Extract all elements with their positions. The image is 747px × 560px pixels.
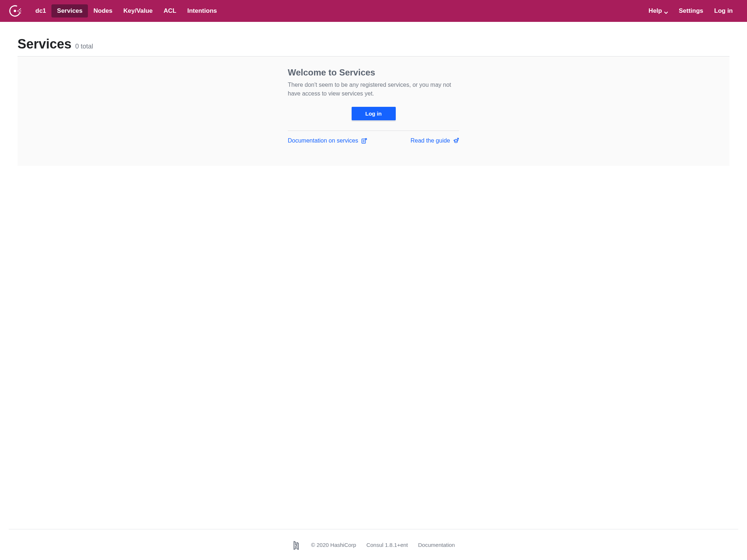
svg-point-6 <box>20 11 21 12</box>
svg-point-2 <box>18 10 19 11</box>
svg-point-3 <box>19 9 20 10</box>
documentation-link[interactable]: Documentation on services <box>288 137 367 144</box>
footer-copyright[interactable]: © 2020 HashiCorp <box>311 542 356 548</box>
page-count: 0 total <box>75 43 93 50</box>
consul-logo[interactable] <box>9 5 21 17</box>
nav-acl[interactable]: ACL <box>158 4 182 18</box>
nav-datacenter[interactable]: dc1 <box>30 4 51 18</box>
empty-state-links: Documentation on services Read the guide <box>288 137 459 144</box>
documentation-link-label: Documentation on services <box>288 137 358 144</box>
divider <box>288 131 459 131</box>
nav-login[interactable]: Log in <box>709 4 738 18</box>
svg-point-5 <box>20 8 21 9</box>
footer: © 2020 HashiCorp Consul 1.8.1+ent Docume… <box>9 529 738 560</box>
nav-help-label: Help <box>649 7 662 15</box>
nav-nodes[interactable]: Nodes <box>88 4 118 18</box>
login-button[interactable]: Log in <box>352 107 396 120</box>
nav-intentions[interactable]: Intentions <box>182 4 222 18</box>
nav-key-value[interactable]: Key/Value <box>118 4 158 18</box>
footer-documentation[interactable]: Documentation <box>418 542 455 548</box>
nav-services[interactable]: Services <box>51 4 88 18</box>
svg-point-1 <box>14 10 16 12</box>
main-content: Services 0 total Welcome to Services The… <box>0 22 747 529</box>
page-title: Services <box>18 36 71 52</box>
svg-point-4 <box>19 12 20 13</box>
footer-version[interactable]: Consul 1.8.1+ent <box>366 542 408 548</box>
top-navigation: dc1 Services Nodes Key/Value ACL Intenti… <box>0 0 747 22</box>
hashicorp-logo-icon <box>292 540 301 549</box>
empty-state-text: There don't seem to be any registered se… <box>288 81 459 98</box>
document-external-icon <box>361 138 367 144</box>
nav-left: dc1 Services Nodes Key/Value ACL Intenti… <box>30 4 222 18</box>
footer-inner: © 2020 HashiCorp Consul 1.8.1+ent Docume… <box>9 540 738 549</box>
empty-state: Welcome to Services There don't seem to … <box>288 67 459 144</box>
nav-help[interactable]: Help <box>643 4 673 18</box>
nav-settings[interactable]: Settings <box>673 4 709 18</box>
nav-right: Help Settings Log in <box>643 4 738 18</box>
empty-state-wrapper: Welcome to Services There don't seem to … <box>18 57 729 166</box>
read-guide-link[interactable]: Read the guide <box>410 137 459 144</box>
read-guide-link-label: Read the guide <box>410 137 450 144</box>
learn-external-icon <box>453 138 459 144</box>
page-header: Services 0 total <box>18 36 729 57</box>
svg-point-7 <box>20 12 21 13</box>
empty-state-title: Welcome to Services <box>288 67 459 78</box>
chevron-down-icon <box>664 9 668 13</box>
